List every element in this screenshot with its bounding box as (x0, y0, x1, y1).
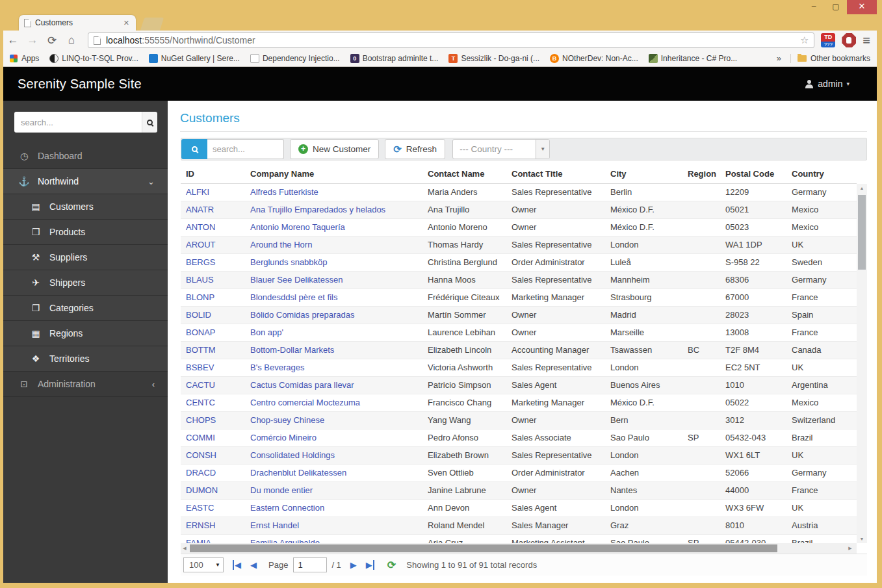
page-size-select[interactable]: 100 ▼ (183, 557, 224, 572)
apps-label[interactable]: Apps (21, 54, 39, 63)
company-name-link[interactable]: Alfreds Futterkiste (245, 184, 422, 201)
company-name-link[interactable]: Comércio Mineiro (245, 429, 422, 446)
other-bookmarks-button[interactable]: Other bookmarks (790, 54, 870, 63)
sidebar-item-northwind[interactable]: ⚓Northwind⌄ (3, 169, 168, 194)
company-name-link[interactable]: Drachenblut Delikatessen (245, 465, 422, 481)
bookmark-item[interactable]: Dependency Injectio... (250, 54, 340, 63)
bookmark-item[interactable]: TSessizlik - Do-ga-ni (... (448, 54, 539, 63)
sidebar-item-categories[interactable]: ❐Categories (3, 296, 168, 321)
scroll-up-icon[interactable]: ▲ (857, 184, 867, 192)
column-header-region[interactable]: Region (682, 164, 720, 183)
company-name-link[interactable]: Bólido Comidas preparadas (245, 307, 422, 324)
table-row[interactable]: FAMIAFamilia ArquibaldoAria CruzMarketin… (181, 535, 857, 543)
grid-search-input[interactable] (207, 139, 284, 159)
table-row[interactable]: CONSHConsolidated HoldingsElizabeth Brow… (181, 447, 857, 465)
sidebar-item-products[interactable]: ❒Products (3, 220, 168, 245)
column-header-contact-title[interactable]: Contact Title (506, 164, 605, 183)
customer-id-link[interactable]: DRACD (181, 465, 245, 481)
maximize-button[interactable]: ▢ (825, 0, 847, 14)
company-name-link[interactable]: Ernst Handel (245, 517, 422, 534)
column-header-company-name[interactable]: Company Name (245, 164, 422, 183)
column-header-postal-code[interactable]: Postal Code (720, 164, 786, 183)
home-icon[interactable]: ⌂ (62, 34, 81, 47)
adblock-extension-icon[interactable] (842, 33, 856, 47)
company-name-link[interactable]: Blauer See Delikatessen (245, 272, 422, 288)
table-row[interactable]: BOLIDBólido Comidas preparadasMartín Som… (181, 307, 857, 324)
vertical-scrollbar[interactable]: ▲ ▼ (857, 184, 867, 543)
customer-id-link[interactable]: COMMI (181, 429, 245, 446)
apps-grid-icon[interactable] (10, 55, 18, 62)
sidebar-search-button[interactable] (142, 112, 157, 133)
table-row[interactable]: ANATRAna Trujillo Emparedados y heladosA… (181, 201, 857, 219)
table-row[interactable]: ERNSHErnst HandelRoland MendelSales Mana… (181, 517, 857, 535)
column-header-contact-name[interactable]: Contact Name (422, 164, 506, 183)
company-name-link[interactable]: Around the Horn (245, 236, 422, 253)
customer-id-link[interactable]: EASTC (181, 500, 245, 517)
customer-id-link[interactable]: BONAP (181, 324, 245, 341)
company-name-link[interactable]: Blondesddsl père et fils (245, 289, 422, 306)
customer-id-link[interactable]: CONSH (181, 447, 245, 464)
customer-id-link[interactable]: ANATR (181, 201, 245, 218)
table-row[interactable]: BLONPBlondesddsl père et filsFrédérique … (181, 289, 857, 307)
grid-search-button[interactable] (181, 139, 207, 159)
customer-id-link[interactable]: BLONP (181, 289, 245, 306)
browser-tab[interactable]: Customers ✕ (19, 15, 136, 31)
bookmark-item[interactable]: Inheritance - C# Pro... (649, 54, 737, 63)
table-row[interactable]: EASTCEastern ConnectionAnn DevonSales Ag… (181, 500, 857, 517)
scroll-down-icon[interactable]: ▼ (857, 535, 867, 543)
sidebar-item-dashboard[interactable]: ◷Dashboard (3, 144, 168, 169)
country-filter-select[interactable]: --- Country --- ▼ (452, 139, 550, 159)
bookmark-item[interactable]: LINQ-to-T-SQL Prov... (49, 54, 138, 63)
sidebar-item-territories[interactable]: ❖Territories (3, 346, 168, 372)
table-row[interactable]: BSBEVB's BeveragesVictoria AshworthSales… (181, 359, 857, 377)
pager-refresh-icon[interactable]: ⟳ (387, 559, 396, 571)
table-row[interactable]: BERGSBerglunds snabbköpChristina Berglun… (181, 254, 857, 272)
table-row[interactable]: DRACDDrachenblut DelikatessenSven Ottlie… (181, 465, 857, 482)
customer-id-link[interactable]: CACTU (181, 377, 245, 394)
new-customer-button[interactable]: + New Customer (290, 139, 379, 159)
horizontal-scroll-thumb[interactable] (190, 544, 777, 552)
forward-icon[interactable]: → (23, 34, 42, 47)
customer-id-link[interactable]: CENTC (181, 394, 245, 411)
address-bar[interactable]: localhost:55555/Northwind/Customer ☆ (88, 32, 814, 48)
customer-id-link[interactable]: FAMIA (181, 535, 245, 543)
customer-id-link[interactable]: BOLID (181, 307, 245, 324)
last-page-button[interactable]: ▶ (366, 560, 374, 570)
first-page-button[interactable]: ◀ (233, 560, 241, 570)
company-name-link[interactable]: Ana Trujillo Emparedados y helados (245, 201, 422, 218)
company-name-link[interactable]: Cactus Comidas para llevar (245, 377, 422, 394)
table-row[interactable]: BLAUSBlauer See DelikatessenHanna MoosSa… (181, 272, 857, 289)
scroll-right-icon[interactable]: ▶ (846, 543, 854, 554)
customer-id-link[interactable]: CHOPS (181, 412, 245, 429)
company-name-link[interactable]: B's Beverages (245, 359, 422, 376)
company-name-link[interactable]: Antonio Moreno Taquería (245, 219, 422, 236)
customer-id-link[interactable]: BSBEV (181, 359, 245, 376)
customer-id-link[interactable]: ALFKI (181, 184, 245, 201)
company-name-link[interactable]: Bottom-Dollar Markets (245, 342, 422, 359)
column-header-city[interactable]: City (605, 164, 682, 183)
table-row[interactable]: COMMIComércio MineiroPedro AfonsoSales A… (181, 429, 857, 447)
sidebar-item-suppliers[interactable]: ⚒Suppliers (3, 245, 168, 270)
sidebar-item-administration[interactable]: ⊡Administration‹ (3, 372, 168, 397)
customer-id-link[interactable]: AROUT (181, 236, 245, 253)
company-name-link[interactable]: Berglunds snabbköp (245, 254, 422, 271)
table-row[interactable]: CACTUCactus Comidas para llevarPatricio … (181, 377, 857, 394)
close-button[interactable]: ✕ (847, 0, 877, 14)
vertical-scroll-thumb[interactable] (858, 195, 866, 270)
user-menu[interactable]: admin ▾ (805, 79, 850, 89)
company-name-link[interactable]: Centro comercial Moctezuma (245, 394, 422, 411)
dropdown-arrow-icon[interactable]: ▼ (536, 140, 549, 159)
table-row[interactable]: CHOPSChop-suey ChineseYang WangOwnerBern… (181, 412, 857, 429)
next-page-button[interactable]: ▶ (350, 560, 357, 570)
bookmarks-overflow-icon[interactable]: » (777, 53, 790, 63)
customer-id-link[interactable]: BLAUS (181, 272, 245, 288)
table-row[interactable]: DUMONDu monde entierJanine LabruneOwnerN… (181, 482, 857, 500)
company-name-link[interactable]: Du monde entier (245, 482, 422, 499)
customer-id-link[interactable]: BOTTM (181, 342, 245, 359)
horizontal-scrollbar[interactable]: ◀ ▶ (181, 543, 857, 554)
td-extension-icon[interactable]: TD ??? (821, 33, 835, 47)
bookmark-star-icon[interactable]: ☆ (800, 34, 809, 46)
company-name-link[interactable]: Chop-suey Chinese (245, 412, 422, 429)
previous-page-button[interactable]: ◀ (250, 560, 257, 570)
company-name-link[interactable]: Consolidated Holdings (245, 447, 422, 464)
